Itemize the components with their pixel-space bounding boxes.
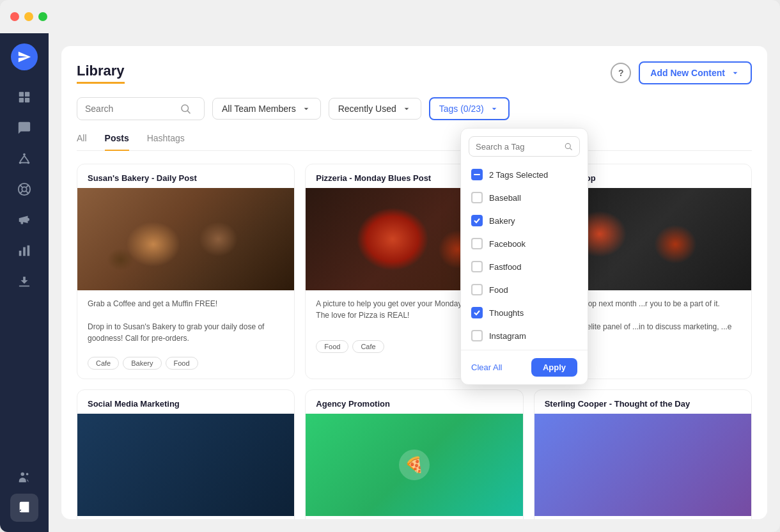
chevron-down-icon <box>402 104 412 114</box>
fastfood-label: Fastfood <box>489 262 522 272</box>
tag-chip: Food <box>166 357 198 370</box>
card-tags: Cafe Bakery Food <box>77 352 294 379</box>
page-title: Library <box>77 63 125 84</box>
sidebar-item-dashboard[interactable] <box>10 83 38 111</box>
tags-selected-checkbox[interactable] <box>471 169 483 180</box>
download-icon <box>17 274 31 288</box>
search-icon <box>180 103 191 114</box>
baseball-label: Baseball <box>489 193 521 203</box>
svg-line-13 <box>26 191 29 194</box>
minimize-button[interactable] <box>24 12 33 21</box>
sidebar-item-download[interactable] <box>10 267 38 295</box>
people-icon <box>17 470 31 484</box>
tab-posts[interactable]: Posts <box>105 133 129 151</box>
card-body: Today's Marketing Thought of the Day is: <box>534 516 751 520</box>
svg-rect-1 <box>25 92 29 97</box>
svg-rect-19 <box>19 285 30 286</box>
content-card-social-media: Social Media Marketing Social Media Mana… <box>77 389 295 520</box>
tag-chip: Cafe <box>352 340 384 353</box>
tag-item-thoughts[interactable]: Thoughts <box>461 301 588 324</box>
header-actions: ? Add New Content <box>611 61 752 84</box>
svg-point-24 <box>566 143 571 148</box>
card-title: Sterling Cooper - Thought of the Day <box>534 390 751 414</box>
food-checkbox[interactable] <box>471 284 483 295</box>
svg-rect-18 <box>27 246 30 256</box>
main-content: Library ? Add New Content <box>49 33 780 532</box>
add-new-content-button[interactable]: Add New Content <box>639 61 752 84</box>
tags-list: 2 Tags Selected Baseball Bakery <box>461 163 588 347</box>
sidebar-item-campaigns[interactable] <box>10 206 38 234</box>
svg-point-11 <box>22 187 26 191</box>
close-button[interactable] <box>10 12 19 21</box>
svg-line-15 <box>20 191 22 194</box>
facebook-checkbox[interactable] <box>471 238 483 249</box>
svg-point-21 <box>26 473 29 476</box>
bakery-checkbox[interactable] <box>471 215 483 226</box>
sidebar-item-messages[interactable] <box>10 114 38 142</box>
card-image-bakery <box>77 188 294 290</box>
apply-button[interactable]: Apply <box>531 358 577 377</box>
sidebar-logo[interactable] <box>11 43 38 70</box>
book-icon <box>17 501 31 515</box>
baseball-checkbox[interactable] <box>471 192 483 203</box>
sidebar-item-library[interactable] <box>10 494 38 522</box>
card-body <box>306 516 522 520</box>
maximize-button[interactable] <box>38 12 47 21</box>
bakery-label: Bakery <box>489 216 515 226</box>
megaphone-icon <box>17 213 31 227</box>
svg-line-7 <box>20 155 24 161</box>
tags-selected-label: 2 Tags Selected <box>489 170 548 180</box>
tag-item-fastfood[interactable]: Fastfood <box>461 255 588 278</box>
tag-chip: Bakery <box>123 357 161 370</box>
chevron-down-icon <box>301 104 311 114</box>
bar-chart-icon <box>17 244 31 258</box>
send-icon <box>17 50 31 64</box>
svg-rect-16 <box>19 251 22 256</box>
card-body: Grab a Coffee and get a Muffin FREE! Dro… <box>77 290 294 352</box>
search-icon <box>564 141 573 152</box>
svg-point-20 <box>21 473 25 476</box>
card-title: Susan's Bakery - Daily Post <box>77 164 294 188</box>
tags-dropdown-button[interactable]: Tags (0/23) <box>429 97 510 120</box>
library-header: Library ? Add New Content <box>77 61 752 84</box>
tag-search-input[interactable] <box>476 142 559 152</box>
chevron-down-icon <box>730 68 740 78</box>
network-icon <box>17 152 31 166</box>
card-image-social <box>77 414 294 516</box>
sidebar-item-network[interactable] <box>10 145 38 173</box>
tag-item-facebook[interactable]: Facebook <box>461 232 588 255</box>
sidebar-item-team[interactable] <box>10 463 38 491</box>
tag-item-bakery[interactable]: Bakery <box>461 209 588 232</box>
content-card-sterling: Sterling Cooper - Thought of the Day Tod… <box>534 389 752 520</box>
svg-rect-3 <box>25 98 29 102</box>
search-box[interactable] <box>77 97 205 120</box>
tab-hashtags[interactable]: Hashtags <box>147 133 185 151</box>
tags-footer: Clear All Apply <box>461 350 588 384</box>
help-button[interactable]: ? <box>611 63 631 83</box>
recently-used-dropdown[interactable]: Recently Used <box>329 98 421 120</box>
content-card-susans-bakery: Susan's Bakery - Daily Post Grab a Coffe… <box>77 164 295 379</box>
sidebar <box>0 33 49 532</box>
facebook-label: Facebook <box>489 239 526 249</box>
search-input[interactable] <box>85 104 175 114</box>
tags-selected-item[interactable]: 2 Tags Selected <box>461 163 588 186</box>
tag-item-food[interactable]: Food <box>461 278 588 301</box>
card-title: Agency Promotion <box>306 390 522 414</box>
svg-text:🍕: 🍕 <box>405 455 424 474</box>
card-title: Social Media Marketing <box>77 390 294 414</box>
tags-search-box[interactable] <box>469 136 580 157</box>
sidebar-item-support[interactable] <box>10 175 38 203</box>
thoughts-checkbox[interactable] <box>471 307 483 318</box>
instagram-checkbox[interactable] <box>471 330 483 341</box>
titlebar <box>0 0 780 33</box>
svg-line-14 <box>26 185 29 187</box>
tag-item-instagram[interactable]: Instagram <box>461 324 588 347</box>
tag-item-baseball[interactable]: Baseball <box>461 186 588 209</box>
fastfood-checkbox[interactable] <box>471 261 483 272</box>
team-members-dropdown[interactable]: All Team Members <box>212 98 321 120</box>
food-label: Food <box>489 285 508 295</box>
tab-all[interactable]: All <box>77 133 87 151</box>
clear-all-button[interactable]: Clear All <box>471 363 502 372</box>
sidebar-item-analytics[interactable] <box>10 237 38 265</box>
card-image-agency: 🍕 <box>306 414 522 516</box>
